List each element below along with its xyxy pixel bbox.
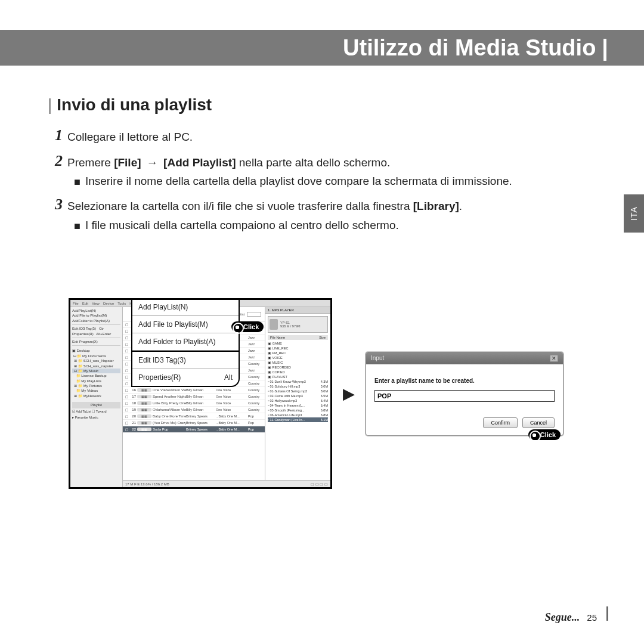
step-text: Premere [File] → [Add Playlist] nella pa… <box>67 153 390 172</box>
menu-properties[interactable]: Properties(R)Alt <box>132 369 239 386</box>
step-2: 2 Premere [File] → [Add Playlist] nella … <box>55 153 602 172</box>
list-item[interactable]: ▫ 01-Solsbury Hill.mp35.0M <box>268 384 328 389</box>
list-item[interactable]: ▫ 04-Tears In Heaven (L...6.4M <box>268 403 328 408</box>
list-item[interactable]: ▫ 11-Candyman (Live In...5.1M <box>268 417 328 422</box>
click-indicator: Click <box>528 429 561 440</box>
list-item[interactable]: ▣ LINE_REC <box>268 346 328 351</box>
dialog-titlebar: Input ✕ <box>366 352 563 364</box>
step-3: 3 Selezionare la cartella con il/i file … <box>55 197 602 215</box>
arrow-icon: ▶ <box>343 385 355 403</box>
table-row[interactable]: ☐19▦▦Oklahoma/Album VersionBilly GilmanO… <box>123 407 265 413</box>
list-item[interactable]: ▫ 06-American Life.mp36.8M <box>268 413 328 417</box>
footer-bar <box>606 606 608 621</box>
list-item[interactable]: ▣ RECORDED <box>268 365 328 370</box>
list-item[interactable]: ▫ 05-Smooth (Featuring...6.8M <box>268 408 328 413</box>
list-item[interactable]: ▫ 01-Sultans Of Swing.mp38.0M <box>268 389 328 394</box>
file-menu-popup[interactable]: Add PlayList(N) Add File to Playlist(M) … <box>131 298 240 387</box>
continued-label: Segue... <box>545 611 580 624</box>
page-content: |Invio di una playlist 1 Collegare il le… <box>48 95 602 241</box>
playlist-section-header: Playlist <box>72 402 120 408</box>
list-item[interactable]: ▣ MUSIC <box>268 360 328 365</box>
step-number: 3 <box>55 197 63 212</box>
step-2-note: ■Inserire il nome della cartella della p… <box>74 175 602 190</box>
figures-row: FileEditViewDeviceToolsHelp AddPlayList(… <box>69 298 602 489</box>
table-row[interactable]: ☐18▦▦Little Bitty Pretty One/Album Versi… <box>123 400 265 407</box>
table-row[interactable]: ☐22▦▦Soda PopBritney Spears...Baby One M… <box>123 426 265 433</box>
menu-add-playlist[interactable]: Add PlayList(N) <box>132 299 239 316</box>
page-footer: Segue... 25 <box>545 606 608 624</box>
step-text: Selezionare la cartella con il/i file ch… <box>67 197 462 215</box>
header-separator: | <box>602 35 608 61</box>
table-row[interactable]: ☐17▦▦Spend Another Night/Album VersionBi… <box>123 394 265 400</box>
device-pane[interactable]: 1. MP3 PLAYER YP-S1 938 M / 979M File Na… <box>265 307 330 480</box>
list-item[interactable]: ▣ GAME <box>268 341 328 346</box>
device-info: YP-S1 938 M / 979M <box>268 316 328 333</box>
click-indicator: Click <box>231 321 264 332</box>
app-screenshot: FileEditViewDeviceToolsHelp AddPlayList(… <box>69 298 332 489</box>
chapter-header: Utilizzo di Media Studio | <box>0 30 644 66</box>
input-dialog: Input ✕ Enter a playlist name to be crea… <box>366 352 564 436</box>
dialog-label: Enter a playlist name to be created. <box>374 377 555 384</box>
list-item[interactable]: ▣ COPIED <box>268 370 328 374</box>
list-item[interactable]: ▣ VOICE <box>268 355 328 360</box>
confirm-button[interactable]: Confirm <box>483 417 518 428</box>
status-bar: 17 M F E 13.6% / 186.2 MB ▢ ▢ ▢ ▢ <box>123 480 330 487</box>
section-title: |Invio di una playlist <box>48 95 602 114</box>
device-icon <box>270 319 278 330</box>
list-item[interactable]: ▫ 01-Don't Know Why.mp34.3M <box>268 379 328 384</box>
playlist-name-input[interactable] <box>374 390 555 402</box>
file-menu-column: AddPlayList(N) Add File to Playlist(M) A… <box>70 307 123 487</box>
step-number: 2 <box>55 153 63 169</box>
list-item[interactable]: ▣ PLAYLIST <box>268 374 328 379</box>
list-item[interactable]: ▣ FM_REC <box>268 351 328 355</box>
close-icon[interactable]: ✕ <box>550 355 558 362</box>
step-number: 1 <box>55 128 63 143</box>
step-3-note: ■I file musicali della cartella compaion… <box>74 219 602 234</box>
menu-add-folder[interactable]: Add Folder to Playlist(A) <box>132 333 239 351</box>
menu-add-file[interactable]: Add File to Playlist(M) <box>132 316 239 333</box>
menu-edit-id3[interactable]: Edit ID3 Tag(3) <box>132 352 239 369</box>
list-item[interactable]: ▫ 02-Hollywood.mp36.4M <box>268 398 328 403</box>
list-item[interactable]: ▫ 02-Come with Me.mp36.5M <box>268 394 328 398</box>
language-tab: ITA <box>624 194 644 233</box>
table-row[interactable]: ☐20▦▦Baby One More TimeBritney Spears...… <box>123 413 265 420</box>
step-text: Collegare il lettore al PC. <box>67 128 193 146</box>
page-number: 25 <box>587 612 597 623</box>
table-row[interactable]: ☐21▦▦(You Drive Me) CrazyBritney Spears.… <box>123 420 265 426</box>
cancel-button[interactable]: Cancel <box>522 417 555 428</box>
folder-tree[interactable]: ▣ Desktop ⊟ 📁 My Documents ⊞ 📁 SCH_was_N… <box>72 348 120 398</box>
table-row[interactable]: ☐16▦▦One Voice/Album VersionBilly Gilman… <box>123 387 265 394</box>
step-1: 1 Collegare il lettore al PC. <box>55 128 602 146</box>
chapter-title: Utilizzo di Media Studio <box>343 35 596 61</box>
